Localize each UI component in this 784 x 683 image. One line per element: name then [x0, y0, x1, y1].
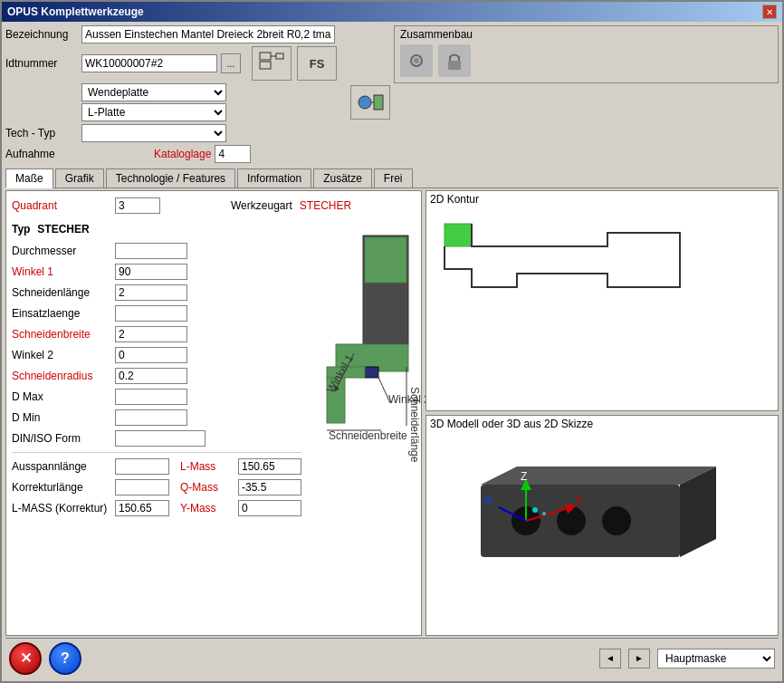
quadrant-input[interactable]	[115, 197, 160, 214]
svg-point-30	[602, 506, 631, 535]
svg-marker-26	[481, 467, 716, 485]
typ-label: Typ	[12, 223, 30, 236]
left-panel: Quadrant Werkzeugart STECHER Typ STE	[5, 190, 422, 636]
svg-rect-1	[260, 62, 271, 69]
right-panels: 2D Kontur 3D Modell oder 3D aus 2D Skizz…	[425, 190, 779, 636]
typ-value: STECHER	[37, 223, 89, 236]
bezeichnung-input[interactable]	[81, 25, 335, 43]
svg-point-38	[542, 512, 546, 515]
cancel-button[interactable]: ✕	[9, 642, 42, 675]
dmin-input[interactable]	[115, 409, 187, 426]
svg-point-37	[532, 507, 538, 513]
main-window: OPUS Komplettwerkzeuge ✕ Bezeichnung Idt…	[0, 0, 784, 683]
einsatzlaenge-input[interactable]	[115, 305, 187, 322]
svg-rect-13	[365, 367, 378, 378]
nav-prev-button[interactable]: ◄	[599, 649, 621, 669]
schneidlaenge-row: Schneidenlänge	[12, 284, 301, 302]
tool-icon-2[interactable]: FS	[297, 46, 337, 81]
svg-text:Schneidenbreite: Schneidenbreite	[329, 429, 407, 442]
svg-point-4	[359, 96, 371, 109]
techtyp-row: Tech - Typ	[5, 124, 390, 142]
svg-text:N: N	[484, 495, 492, 507]
kataloglage-label: Kataloglage	[154, 148, 211, 160]
svg-rect-11	[365, 237, 406, 283]
kataloglage-input[interactable]	[215, 145, 251, 163]
tab-frei[interactable]: Frei	[374, 168, 413, 188]
idtnummer-btn[interactable]: ...	[221, 53, 241, 73]
tab-grafik[interactable]: Grafik	[55, 168, 104, 188]
idtnummer-row: Idtnummer ...	[5, 46, 390, 81]
tool-icon-1[interactable]	[252, 46, 292, 81]
main-content: Quadrant Werkzeugart STECHER Typ STE	[5, 190, 779, 636]
help-icon: ?	[61, 650, 70, 667]
kontur-svg	[426, 191, 778, 410]
svg-rect-9	[448, 61, 461, 70]
nav-next-button[interactable]: ►	[628, 649, 650, 669]
zusammenbau-icon2[interactable]	[438, 44, 471, 77]
tool-icon-3[interactable]	[350, 85, 390, 120]
svg-rect-24	[445, 224, 472, 246]
zusammenbau-icon1[interactable]	[400, 44, 433, 77]
idtnummer-label: Idtnummer	[5, 57, 78, 70]
diniso-row: DIN/ISO Form	[12, 429, 301, 447]
schneidlaenge-input[interactable]	[115, 284, 187, 301]
qmass-input[interactable]	[238, 479, 301, 495]
svg-text:Z: Z	[521, 470, 527, 483]
zusammenbau-icons	[400, 41, 772, 81]
techtyp-label: Tech - Typ	[5, 127, 78, 139]
winkel1-label: Winkel 1	[12, 265, 111, 278]
schneidradius-input[interactable]	[115, 368, 187, 384]
idtnummer-input[interactable]	[81, 54, 217, 72]
fields-and-diagram: Typ STECHER Durchmesser	[12, 217, 416, 517]
ausspann-label: Ausspannlänge	[12, 460, 111, 473]
schneidlaenge-label: Schneidenlänge	[12, 286, 111, 299]
ausspann-row: Ausspannlänge L-Mass	[12, 457, 301, 476]
korrektur-row: Korrekturlänge Q-Mass	[12, 478, 301, 496]
model-label: 3D Modell oder 3D aus 2D Skizze	[430, 418, 593, 430]
winkel2-input[interactable]	[115, 347, 187, 363]
quadrant-label: Quadrant	[12, 199, 111, 212]
lplatte-select[interactable]: L-Platte	[81, 103, 226, 121]
svg-rect-3	[276, 53, 283, 59]
dmax-input[interactable]	[115, 389, 187, 405]
kontur-label: 2D Kontur	[430, 193, 479, 206]
wendeplatte-row: Wendeplatte L-Platte	[5, 83, 390, 121]
lmass-label: L-Mass	[180, 460, 234, 473]
techtyp-select[interactable]	[81, 124, 226, 142]
zusammenbau-label: Zusammenbau	[400, 28, 473, 41]
bezeichnung-label: Bezeichnung	[5, 28, 78, 41]
korrektur-input[interactable]	[115, 479, 169, 495]
dmax-label: D Max	[12, 390, 111, 403]
ausspann-input[interactable]	[115, 458, 169, 475]
korrektur-label: Korrekturlänge	[12, 481, 111, 494]
winkel2-label: Winkel 2	[12, 349, 111, 361]
diniso-input[interactable]	[115, 430, 206, 447]
schneidbreite-row: Schneidenbreite	[12, 325, 301, 343]
einsatzlaenge-row: Einsatzlaenge	[12, 304, 301, 322]
winkel1-row: Winkel 1	[12, 263, 301, 281]
kontur-box: 2D Kontur	[425, 190, 779, 411]
bottom-bar: ✕ ? ◄ ► Hauptmaske	[5, 638, 779, 678]
tab-zusatze[interactable]: Zusätze	[313, 168, 372, 188]
field-column: Typ STECHER Durchmesser	[12, 217, 301, 517]
schneidbreite-input[interactable]	[115, 326, 187, 342]
assembly-icon	[356, 88, 385, 117]
lmass-korrektur-input[interactable]	[115, 500, 169, 516]
wendeplatte-select[interactable]: Wendeplatte	[81, 83, 226, 101]
close-button[interactable]: ✕	[762, 5, 777, 19]
header-form: Bezeichnung Idtnummer ...	[5, 25, 390, 163]
diniso-label: DIN/ISO Form	[12, 432, 111, 445]
ymass-input[interactable]	[238, 500, 301, 516]
hauptmaske-select[interactable]: Hauptmaske	[657, 649, 775, 669]
winkel1-input[interactable]	[115, 264, 187, 280]
help-button[interactable]: ?	[49, 642, 81, 675]
tab-information[interactable]: Information	[237, 168, 311, 188]
tab-technologie[interactable]: Technologie / Features	[106, 168, 235, 188]
dmin-label: D Min	[12, 411, 111, 424]
einsatzlaenge-label: Einsatzlaenge	[12, 307, 111, 320]
lmass-input[interactable]	[238, 458, 301, 475]
durchmesser-input[interactable]	[115, 243, 187, 259]
qmass-label: Q-Mass	[180, 481, 234, 494]
lock-icon	[442, 48, 467, 73]
tab-mase[interactable]: Maße	[5, 168, 53, 188]
